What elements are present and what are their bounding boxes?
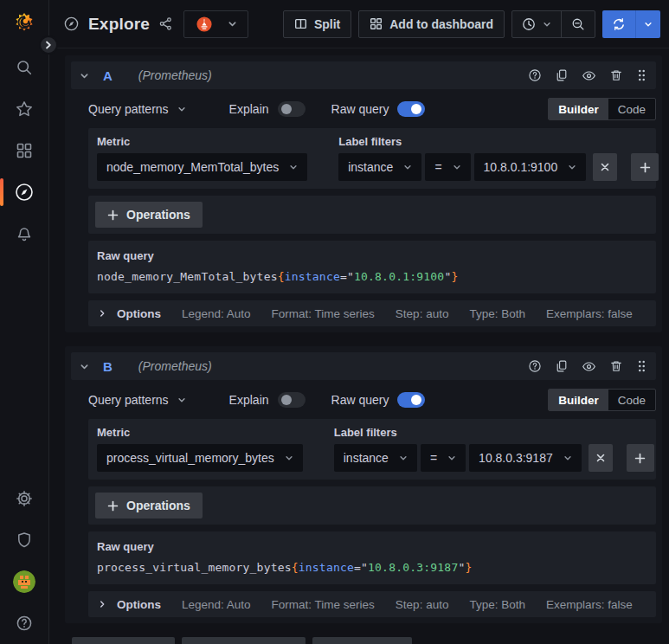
hide-response-eye-icon[interactable]: [582, 68, 596, 83]
operations-button-label: Operations: [126, 499, 190, 512]
query-a-builder-panel: Metric node_memory_MemTotal_bytes Label …: [88, 128, 656, 189]
add-operation-button[interactable]: Operations: [95, 202, 203, 228]
options-legend: Legend: Auto: [182, 598, 251, 611]
builder-mode-tab[interactable]: Builder: [549, 390, 608, 410]
collapse-chevron-icon[interactable]: [80, 362, 89, 371]
metric-field: Metric node_memory_MemTotal_bytes: [97, 135, 307, 181]
add-to-dashboard-button[interactable]: Add to dashboard: [358, 10, 505, 38]
shield-icon: [16, 531, 33, 549]
split-button-label: Split: [314, 17, 340, 31]
add-filter-button[interactable]: [627, 444, 654, 472]
label-filters-label: Label filters: [334, 426, 654, 439]
options-step: Step: auto: [396, 598, 449, 611]
sidebar-item-alerting[interactable]: [0, 213, 48, 254]
label-filters-label: Label filters: [338, 135, 659, 148]
sidebar-item-configuration[interactable]: [0, 478, 48, 519]
plus-icon: [107, 500, 119, 512]
run-query-button[interactable]: [602, 10, 635, 38]
time-range-picker[interactable]: [512, 11, 561, 37]
user-avatar: [13, 570, 35, 593]
metric-select[interactable]: node_memory_MemTotal_bytes: [97, 153, 307, 181]
query-patterns-dropdown[interactable]: Query patterns: [88, 393, 186, 407]
query-patterns-dropdown[interactable]: Query patterns: [88, 102, 186, 116]
drag-handle-grip-icon[interactable]: [636, 359, 647, 373]
share-icon[interactable]: [158, 16, 173, 31]
filter-value-select[interactable]: 10.8.0.3:9187: [469, 444, 582, 472]
duplicate-query-icon[interactable]: [555, 68, 569, 82]
toggle-knob: [281, 395, 292, 405]
options-exemplars: Exemplars: false: [546, 598, 633, 611]
filter-value-select[interactable]: 10.8.0.1:9100: [474, 153, 587, 181]
filter-label-select[interactable]: instance: [334, 444, 417, 472]
add-to-dashboard-label: Add to dashboard: [389, 17, 493, 31]
inspector-button[interactable]: Inspector: [312, 637, 412, 644]
explore-page: Explore: [0, 0, 669, 644]
query-a-header[interactable]: A (Prometheus): [71, 61, 656, 89]
options-type: Type: Both: [469, 598, 525, 611]
query-patterns-label: Query patterns: [88, 393, 169, 407]
query-editor-row-a: A (Prometheus): [65, 55, 662, 332]
close-icon: [600, 162, 610, 172]
filter-label-select[interactable]: instance: [338, 153, 421, 181]
query-help-icon[interactable]: [528, 359, 542, 373]
add-filter-button[interactable]: [631, 153, 659, 181]
remove-filter-button[interactable]: [589, 444, 613, 472]
grafana-logo[interactable]: [10, 10, 38, 38]
datasource-picker[interactable]: [183, 10, 248, 38]
chevron-down-icon: [228, 19, 237, 29]
filter-operator-value: =: [430, 451, 437, 465]
duplicate-query-icon[interactable]: [555, 359, 569, 373]
explore-toolbar: Explore: [49, 0, 669, 48]
filter-operator-select[interactable]: =: [421, 444, 466, 472]
code-mode-tab[interactable]: Code: [608, 99, 655, 119]
time-picker-group: [511, 10, 595, 38]
grafana-logo-icon: [11, 11, 37, 37]
sidebar-item-search[interactable]: [0, 47, 48, 88]
sidebar-item-help[interactable]: [0, 602, 48, 644]
sidebar-item-server-admin[interactable]: [0, 519, 48, 561]
raw-query-toggle-label: Raw query: [331, 393, 389, 407]
explain-toggle[interactable]: [278, 392, 306, 408]
main-area: Explore: [49, 0, 669, 644]
collapse-chevron-icon[interactable]: [80, 71, 89, 80]
remove-query-trash-icon[interactable]: [609, 359, 623, 373]
raw-query-toggle[interactable]: [397, 392, 425, 408]
run-query-interval-dropdown[interactable]: [635, 10, 660, 38]
plus-icon: [640, 162, 651, 173]
operations-button-label: Operations: [126, 208, 190, 222]
code-mode-tab[interactable]: Code: [608, 390, 655, 410]
hide-response-eye-icon[interactable]: [582, 359, 596, 374]
page-title: Explore: [88, 15, 150, 34]
query-b-header[interactable]: B (Prometheus): [71, 352, 656, 380]
add-query-button[interactable]: Add query: [72, 637, 175, 644]
raw-query-title: Raw query: [97, 540, 647, 553]
raw-query-title: Raw query: [97, 249, 647, 262]
sidebar-item-favorites[interactable]: [0, 88, 48, 130]
query-datasource-name: (Prometheus): [138, 359, 212, 373]
remove-query-trash-icon[interactable]: [609, 68, 623, 82]
toggle-knob: [281, 104, 292, 114]
drag-handle-grip-icon[interactable]: [636, 68, 647, 82]
sidebar-item-dashboards[interactable]: [0, 130, 48, 171]
query-help-icon[interactable]: [528, 68, 542, 82]
remove-filter-button[interactable]: [593, 153, 617, 181]
builder-mode-tab[interactable]: Builder: [549, 99, 608, 119]
explain-toggle[interactable]: [278, 101, 306, 117]
sidebar-item-profile[interactable]: [0, 561, 48, 602]
add-operation-button[interactable]: Operations: [95, 493, 203, 518]
options-collapse-toggle[interactable]: Options: [98, 598, 161, 611]
options-collapse-toggle[interactable]: Options: [98, 307, 161, 320]
query-history-button[interactable]: Query history: [182, 637, 306, 644]
sidebar-expand-button[interactable]: [39, 35, 58, 55]
editor-mode-switch: Builder Code: [548, 98, 656, 120]
metric-select[interactable]: process_virtual_memory_bytes: [97, 444, 303, 472]
filter-operator-select[interactable]: =: [425, 153, 470, 181]
help-circle-icon: [16, 615, 33, 632]
split-icon: [294, 17, 307, 30]
sidebar-item-explore[interactable]: [0, 171, 48, 213]
prometheus-logo-icon: [195, 15, 214, 34]
raw-query-expression: process_virtual_memory_bytes{instance="1…: [97, 561, 647, 574]
split-button[interactable]: Split: [283, 10, 351, 38]
raw-query-toggle[interactable]: [397, 101, 425, 117]
zoom-out-time-button[interactable]: [561, 11, 595, 37]
